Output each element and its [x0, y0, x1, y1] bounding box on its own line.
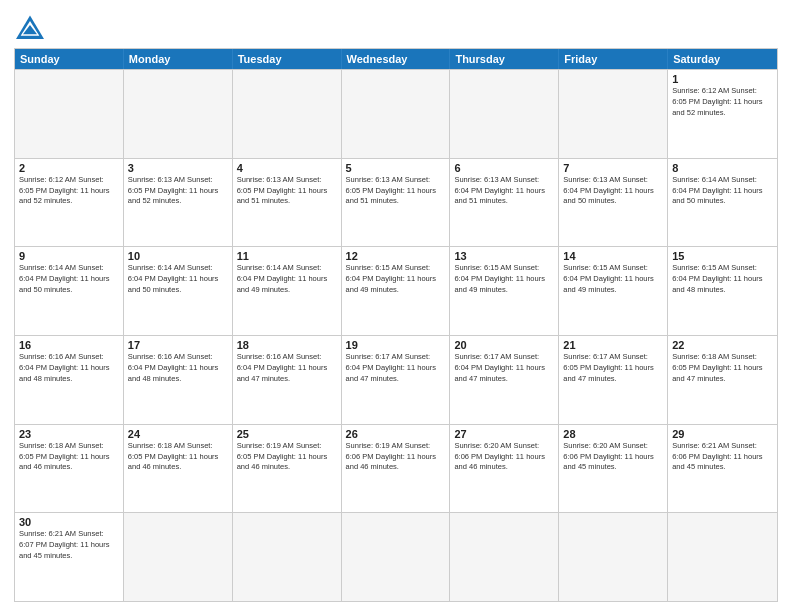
header-day-saturday: Saturday	[668, 49, 777, 69]
day-number: 7	[563, 162, 663, 174]
day-info: Sunrise: 6:13 AM Sunset: 6:05 PM Dayligh…	[128, 175, 228, 208]
day-cell-2: 2Sunrise: 6:12 AM Sunset: 6:05 PM Daylig…	[15, 159, 124, 247]
day-info: Sunrise: 6:13 AM Sunset: 6:05 PM Dayligh…	[346, 175, 446, 208]
day-cell-16: 16Sunrise: 6:16 AM Sunset: 6:04 PM Dayli…	[15, 336, 124, 424]
header	[14, 10, 778, 42]
day-info: Sunrise: 6:14 AM Sunset: 6:04 PM Dayligh…	[237, 263, 337, 296]
day-cell-5: 5Sunrise: 6:13 AM Sunset: 6:05 PM Daylig…	[342, 159, 451, 247]
calendar-body: 1Sunrise: 6:12 AM Sunset: 6:05 PM Daylig…	[15, 69, 777, 601]
day-number: 24	[128, 428, 228, 440]
page: SundayMondayTuesdayWednesdayThursdayFrid…	[0, 0, 792, 612]
day-number: 1	[672, 73, 773, 85]
day-info: Sunrise: 6:19 AM Sunset: 6:06 PM Dayligh…	[346, 441, 446, 474]
day-cell-17: 17Sunrise: 6:16 AM Sunset: 6:04 PM Dayli…	[124, 336, 233, 424]
day-cell-24: 24Sunrise: 6:18 AM Sunset: 6:05 PM Dayli…	[124, 425, 233, 513]
day-cell-25: 25Sunrise: 6:19 AM Sunset: 6:05 PM Dayli…	[233, 425, 342, 513]
empty-cell-5-5	[559, 513, 668, 601]
day-number: 10	[128, 250, 228, 262]
empty-cell-0-2	[233, 70, 342, 158]
day-cell-13: 13Sunrise: 6:15 AM Sunset: 6:04 PM Dayli…	[450, 247, 559, 335]
calendar-row-5: 30Sunrise: 6:21 AM Sunset: 6:07 PM Dayli…	[15, 512, 777, 601]
day-number: 13	[454, 250, 554, 262]
day-info: Sunrise: 6:14 AM Sunset: 6:04 PM Dayligh…	[19, 263, 119, 296]
day-number: 4	[237, 162, 337, 174]
day-number: 23	[19, 428, 119, 440]
day-cell-3: 3Sunrise: 6:13 AM Sunset: 6:05 PM Daylig…	[124, 159, 233, 247]
empty-cell-5-1	[124, 513, 233, 601]
day-info: Sunrise: 6:16 AM Sunset: 6:04 PM Dayligh…	[19, 352, 119, 385]
day-number: 18	[237, 339, 337, 351]
day-number: 25	[237, 428, 337, 440]
calendar-header: SundayMondayTuesdayWednesdayThursdayFrid…	[15, 49, 777, 69]
day-info: Sunrise: 6:19 AM Sunset: 6:05 PM Dayligh…	[237, 441, 337, 474]
day-info: Sunrise: 6:17 AM Sunset: 6:05 PM Dayligh…	[563, 352, 663, 385]
day-info: Sunrise: 6:16 AM Sunset: 6:04 PM Dayligh…	[237, 352, 337, 385]
day-cell-15: 15Sunrise: 6:15 AM Sunset: 6:04 PM Dayli…	[668, 247, 777, 335]
day-number: 28	[563, 428, 663, 440]
day-cell-8: 8Sunrise: 6:14 AM Sunset: 6:04 PM Daylig…	[668, 159, 777, 247]
day-cell-10: 10Sunrise: 6:14 AM Sunset: 6:04 PM Dayli…	[124, 247, 233, 335]
day-info: Sunrise: 6:17 AM Sunset: 6:04 PM Dayligh…	[454, 352, 554, 385]
day-number: 29	[672, 428, 773, 440]
day-cell-14: 14Sunrise: 6:15 AM Sunset: 6:04 PM Dayli…	[559, 247, 668, 335]
day-cell-4: 4Sunrise: 6:13 AM Sunset: 6:05 PM Daylig…	[233, 159, 342, 247]
day-number: 2	[19, 162, 119, 174]
day-cell-22: 22Sunrise: 6:18 AM Sunset: 6:05 PM Dayli…	[668, 336, 777, 424]
day-cell-19: 19Sunrise: 6:17 AM Sunset: 6:04 PM Dayli…	[342, 336, 451, 424]
day-info: Sunrise: 6:13 AM Sunset: 6:04 PM Dayligh…	[454, 175, 554, 208]
day-cell-30: 30Sunrise: 6:21 AM Sunset: 6:07 PM Dayli…	[15, 513, 124, 601]
day-number: 6	[454, 162, 554, 174]
day-cell-1: 1Sunrise: 6:12 AM Sunset: 6:05 PM Daylig…	[668, 70, 777, 158]
day-number: 8	[672, 162, 773, 174]
day-number: 27	[454, 428, 554, 440]
day-number: 26	[346, 428, 446, 440]
day-cell-7: 7Sunrise: 6:13 AM Sunset: 6:04 PM Daylig…	[559, 159, 668, 247]
empty-cell-5-6	[668, 513, 777, 601]
day-number: 15	[672, 250, 773, 262]
header-day-tuesday: Tuesday	[233, 49, 342, 69]
day-info: Sunrise: 6:17 AM Sunset: 6:04 PM Dayligh…	[346, 352, 446, 385]
day-cell-9: 9Sunrise: 6:14 AM Sunset: 6:04 PM Daylig…	[15, 247, 124, 335]
day-cell-12: 12Sunrise: 6:15 AM Sunset: 6:04 PM Dayli…	[342, 247, 451, 335]
day-info: Sunrise: 6:12 AM Sunset: 6:05 PM Dayligh…	[672, 86, 773, 119]
logo-icon	[14, 14, 46, 42]
empty-cell-0-0	[15, 70, 124, 158]
calendar-row-1: 2Sunrise: 6:12 AM Sunset: 6:05 PM Daylig…	[15, 158, 777, 247]
day-info: Sunrise: 6:13 AM Sunset: 6:05 PM Dayligh…	[237, 175, 337, 208]
day-info: Sunrise: 6:13 AM Sunset: 6:04 PM Dayligh…	[563, 175, 663, 208]
header-day-sunday: Sunday	[15, 49, 124, 69]
empty-cell-0-5	[559, 70, 668, 158]
empty-cell-0-1	[124, 70, 233, 158]
day-info: Sunrise: 6:21 AM Sunset: 6:07 PM Dayligh…	[19, 529, 119, 562]
day-cell-6: 6Sunrise: 6:13 AM Sunset: 6:04 PM Daylig…	[450, 159, 559, 247]
day-info: Sunrise: 6:15 AM Sunset: 6:04 PM Dayligh…	[454, 263, 554, 296]
day-cell-23: 23Sunrise: 6:18 AM Sunset: 6:05 PM Dayli…	[15, 425, 124, 513]
day-number: 19	[346, 339, 446, 351]
day-cell-21: 21Sunrise: 6:17 AM Sunset: 6:05 PM Dayli…	[559, 336, 668, 424]
day-number: 9	[19, 250, 119, 262]
day-number: 22	[672, 339, 773, 351]
day-cell-27: 27Sunrise: 6:20 AM Sunset: 6:06 PM Dayli…	[450, 425, 559, 513]
calendar-row-0: 1Sunrise: 6:12 AM Sunset: 6:05 PM Daylig…	[15, 69, 777, 158]
day-cell-20: 20Sunrise: 6:17 AM Sunset: 6:04 PM Dayli…	[450, 336, 559, 424]
empty-cell-5-4	[450, 513, 559, 601]
day-info: Sunrise: 6:18 AM Sunset: 6:05 PM Dayligh…	[672, 352, 773, 385]
header-day-thursday: Thursday	[450, 49, 559, 69]
day-info: Sunrise: 6:12 AM Sunset: 6:05 PM Dayligh…	[19, 175, 119, 208]
day-info: Sunrise: 6:14 AM Sunset: 6:04 PM Dayligh…	[128, 263, 228, 296]
calendar: SundayMondayTuesdayWednesdayThursdayFrid…	[14, 48, 778, 602]
day-cell-18: 18Sunrise: 6:16 AM Sunset: 6:04 PM Dayli…	[233, 336, 342, 424]
day-info: Sunrise: 6:18 AM Sunset: 6:05 PM Dayligh…	[128, 441, 228, 474]
day-number: 16	[19, 339, 119, 351]
day-info: Sunrise: 6:15 AM Sunset: 6:04 PM Dayligh…	[672, 263, 773, 296]
day-number: 3	[128, 162, 228, 174]
logo	[14, 10, 50, 42]
day-cell-28: 28Sunrise: 6:20 AM Sunset: 6:06 PM Dayli…	[559, 425, 668, 513]
header-day-friday: Friday	[559, 49, 668, 69]
empty-cell-0-3	[342, 70, 451, 158]
day-info: Sunrise: 6:21 AM Sunset: 6:06 PM Dayligh…	[672, 441, 773, 474]
day-number: 17	[128, 339, 228, 351]
day-number: 30	[19, 516, 119, 528]
empty-cell-5-3	[342, 513, 451, 601]
day-cell-11: 11Sunrise: 6:14 AM Sunset: 6:04 PM Dayli…	[233, 247, 342, 335]
